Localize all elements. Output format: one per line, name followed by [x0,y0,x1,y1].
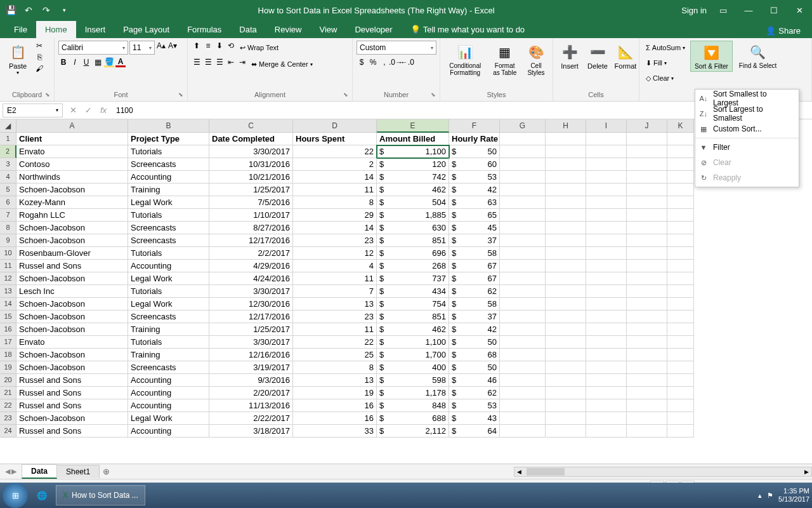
empty-cell[interactable] [667,412,694,425]
cell-hours[interactable]: 33 [293,425,377,438]
cell-rate[interactable]: $42 [449,184,500,196]
empty-cell[interactable] [667,361,694,374]
cell-project[interactable]: Legal Work [128,412,209,425]
empty-cell[interactable] [586,387,627,399]
empty-cell[interactable] [667,285,694,298]
cell-client[interactable]: Rogahn LLC [16,209,128,222]
empty-cell[interactable] [586,171,627,184]
cancel-formula-icon[interactable]: ✕ [65,105,81,115]
tab-formulas[interactable]: Formulas [178,21,230,38]
cell-date[interactable]: 2/2/2017 [209,247,293,260]
system-tray[interactable]: ▴ ⚑ 1:35 PM 5/13/2017 [758,487,809,504]
cell-client[interactable]: Schoen-Jacobson [16,323,128,336]
cell-date[interactable]: 3/30/2017 [209,145,293,158]
empty-cell[interactable] [586,158,627,171]
cell-billed[interactable]: $737 [377,272,449,285]
cell-hours[interactable]: 7 [293,285,377,298]
empty-cell[interactable] [667,260,694,272]
cell-billed[interactable]: $754 [377,298,449,311]
cell-project[interactable]: Tutorials [128,336,209,349]
empty-cell[interactable] [500,272,546,285]
cell-client[interactable]: Russel and Sons [16,387,128,399]
cell-rate[interactable]: $53 [449,399,500,412]
font-launcher-icon[interactable]: ⬊ [178,91,183,98]
empty-cell[interactable] [627,425,667,438]
empty-cell[interactable] [667,133,694,145]
cell-client[interactable]: Schoen-Jacobson [16,272,128,285]
cell-project[interactable]: Legal Work [128,196,209,209]
empty-cell[interactable] [627,158,667,171]
fill-color-icon[interactable]: 🪣 [104,57,114,67]
cell-date[interactable]: 7/5/2016 [209,196,293,209]
cell-date[interactable]: 9/3/2016 [209,374,293,387]
cell-billed[interactable]: $1,100 [377,145,449,158]
cell-date[interactable]: 3/30/2017 [209,336,293,349]
empty-cell[interactable] [667,387,694,399]
row-header-9[interactable]: 9 [0,234,16,247]
cell-date[interactable]: 12/17/2016 [209,234,293,247]
cell-rate[interactable]: $43 [449,412,500,425]
empty-cell[interactable] [546,247,586,260]
cell-date[interactable]: 2/22/2017 [209,412,293,425]
row-header-10[interactable]: 10 [0,247,16,260]
empty-cell[interactable] [546,260,586,272]
cell-project[interactable]: Training [128,184,209,196]
increase-indent-icon[interactable]: ⇥ [237,57,247,67]
empty-cell[interactable] [500,196,546,209]
empty-cell[interactable] [667,349,694,361]
close-icon[interactable]: ✕ [790,1,808,19]
tab-file[interactable]: File [5,21,36,38]
cell-hours[interactable]: 29 [293,209,377,222]
empty-cell[interactable] [667,145,694,158]
sort-filter-button[interactable]: 🔽Sort & Filter [690,41,733,72]
cell-rate[interactable]: $62 [449,285,500,298]
cell-client[interactable]: Envato [16,336,128,349]
empty-cell[interactable] [546,234,586,247]
empty-cell[interactable] [546,222,586,234]
cell-billed[interactable]: $630 [377,222,449,234]
cell-billed[interactable]: $742 [377,171,449,184]
select-all-button[interactable]: ◢ [0,119,16,133]
cell-rate[interactable]: $67 [449,272,500,285]
find-select-button[interactable]: 🔍Find & Select [735,41,780,70]
empty-cell[interactable] [586,184,627,196]
empty-cell[interactable] [500,311,546,323]
cell-client[interactable]: Envato [16,145,128,158]
cell-project[interactable]: Tutorials [128,285,209,298]
empty-cell[interactable] [627,184,667,196]
cell-rate[interactable]: $67 [449,260,500,272]
tab-data[interactable]: Data [230,21,265,38]
empty-cell[interactable] [546,209,586,222]
align-top-icon[interactable]: ⬆ [192,41,202,51]
cell-client[interactable]: Schoen-Jacobson [16,311,128,323]
cell-date[interactable]: 11/13/2016 [209,399,293,412]
cell-rate[interactable]: $50 [449,336,500,349]
custom-sort-item[interactable]: ▦Custom Sort... [695,121,799,137]
row-header-6[interactable]: 6 [0,196,16,209]
cell-project[interactable]: Screencasts [128,158,209,171]
empty-cell[interactable] [627,374,667,387]
cell-rate[interactable]: $65 [449,209,500,222]
cell-rate[interactable]: $58 [449,298,500,311]
cell-billed[interactable]: $462 [377,323,449,336]
row-header-21[interactable]: 21 [0,387,16,399]
header-cell[interactable]: Hourly Rate [449,133,500,145]
col-header-A[interactable]: A [16,119,128,133]
empty-cell[interactable] [586,272,627,285]
empty-cell[interactable] [667,158,694,171]
cell-client[interactable]: Schoen-Jacobson [16,222,128,234]
empty-cell[interactable] [546,336,586,349]
sheet-tab-data[interactable]: Data [22,464,57,479]
empty-cell[interactable] [627,298,667,311]
empty-cell[interactable] [546,425,586,438]
align-middle-icon[interactable]: ≡ [203,41,213,51]
empty-cell[interactable] [586,323,627,336]
cell-rate[interactable]: $46 [449,374,500,387]
cell-project[interactable]: Screencasts [128,311,209,323]
empty-cell[interactable] [586,336,627,349]
empty-cell[interactable] [627,285,667,298]
empty-cell[interactable] [500,209,546,222]
fx-icon[interactable]: fx [96,105,111,115]
cell-hours[interactable]: 13 [293,374,377,387]
cell-billed[interactable]: $1,178 [377,387,449,399]
